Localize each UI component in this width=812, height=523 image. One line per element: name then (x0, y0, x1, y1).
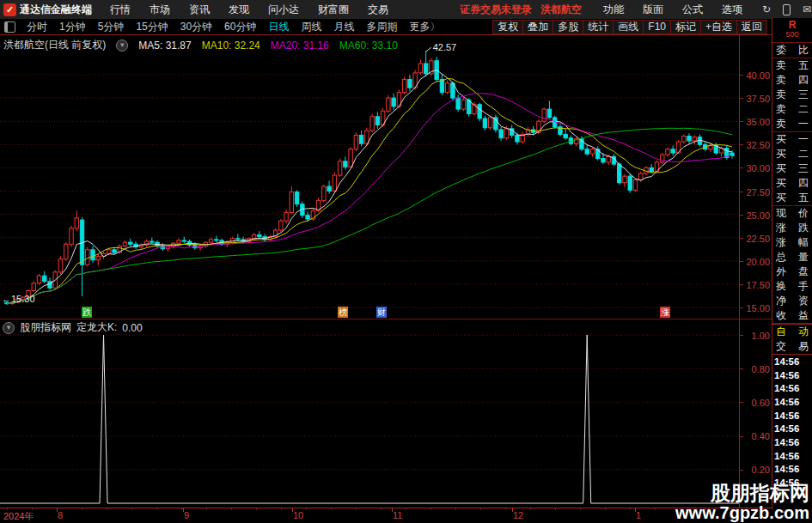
tick-time-row[interactable]: 14:56 (772, 355, 812, 368)
layout-icon[interactable] (4, 21, 15, 33)
toolbar-button-0[interactable]: 复权 (492, 20, 523, 34)
period-tab-2[interactable]: 5分钟 (92, 20, 131, 34)
quote-row[interactable]: 买一 (772, 132, 812, 147)
toolbar-button-6[interactable]: 标记 (670, 20, 701, 34)
period-tab-6[interactable]: 日线 (262, 20, 295, 34)
toolbar-button-1[interactable]: 叠加 (522, 20, 553, 34)
menubar-item-6[interactable]: 交易 (358, 3, 398, 17)
app-title: 通达信金融终端 (20, 3, 92, 17)
quote-row-char: 四 (798, 176, 809, 191)
quote-row[interactable]: 买三 (772, 161, 812, 176)
quote-row[interactable]: 卖三 (772, 88, 812, 102)
quote-row[interactable]: 买四 (772, 176, 812, 191)
quote-row-char: 买 (776, 191, 786, 205)
period-tab-3[interactable]: 15分钟 (130, 20, 174, 34)
menubar-left-items: 行情市场资讯发现问小达财富圈交易 (101, 3, 398, 17)
indicator-chart[interactable] (0, 319, 739, 507)
toolbar-button-7[interactable]: +自选 (700, 20, 737, 34)
tick-time-row[interactable]: 14:56 (772, 435, 812, 449)
menubar-right-item-3[interactable]: 选项 (712, 3, 752, 17)
quote-row[interactable]: 交易 (772, 339, 812, 354)
indicator-tick-label: 1.00 (752, 331, 770, 341)
pane-divider[interactable] (0, 319, 772, 319)
indicator-pane[interactable]: ▾ 股朋指标网 定龙大K: 0.00 (0, 319, 739, 507)
menubar-item-0[interactable]: 行情 (101, 3, 140, 17)
period-tab-0[interactable]: 分时 (21, 20, 53, 34)
tick-time-row[interactable]: 14:56 (772, 463, 812, 477)
indicator-value: 0.00 (122, 322, 142, 334)
stock-flag: R 500 (772, 18, 812, 43)
period-tab-5[interactable]: 60分钟 (218, 20, 262, 34)
quote-row[interactable]: 卖一 (772, 117, 812, 131)
menubar-item-2[interactable]: 资讯 (180, 3, 219, 17)
menubar-item-3[interactable]: 发现 (219, 3, 259, 17)
chart-title: 洪都航空(日线 前复权) (3, 38, 106, 52)
app-logo[interactable]: ✓ 通达信金融终端 (3, 3, 92, 17)
toolbar-button-2[interactable]: 多股 (553, 20, 583, 34)
quote-row[interactable]: 净资 (772, 294, 812, 308)
quote-row[interactable]: 换手 (772, 279, 812, 294)
menubar-item-1[interactable]: 市场 (140, 3, 180, 17)
quote-row[interactable]: 买二 (772, 147, 812, 161)
main-chart-pane[interactable]: 42.57 洪都航空(日线 前复权) ▾ MA5: 31.87MA10: 32.… (0, 35, 739, 319)
toolbar-button-5[interactable]: F10 (643, 20, 671, 34)
quote-row[interactable]: 现价 (772, 206, 812, 221)
event-badge-0[interactable]: 跌 (82, 307, 92, 318)
price-tick-label-tick (740, 307, 743, 308)
period-tab-10[interactable]: 更多〉 (403, 20, 446, 34)
quote-row[interactable]: 总量 (772, 250, 812, 265)
price-axis: 40.0037.5035.0032.5030.0027.5025.0022.50… (739, 35, 772, 508)
price-tick-label-tick (740, 284, 743, 285)
quote-row[interactable]: 卖四 (772, 73, 812, 88)
quote-row[interactable]: 买五 (772, 191, 812, 205)
indicator-tick-label-tick (740, 335, 743, 336)
date-minor-tick (181, 508, 182, 510)
tick-time-row[interactable]: 14:56 (772, 395, 812, 409)
tick-time-row[interactable]: 14:56 (772, 409, 812, 423)
quote-row[interactable]: 外盘 (772, 265, 812, 279)
quote-row[interactable]: 自动 (772, 325, 812, 339)
tick-time-row[interactable]: 14:56 (772, 449, 812, 463)
period-tab-8[interactable]: 月线 (327, 20, 360, 34)
quote-row-char: 卖 (776, 102, 786, 117)
chevron-down-icon[interactable]: ▾ (116, 40, 128, 52)
period-tab-1[interactable]: 1分钟 (53, 20, 92, 34)
event-badge-2[interactable]: 财 (376, 307, 387, 318)
menubar-right-item-1[interactable]: 版面 (633, 3, 673, 17)
quote-row[interactable]: 卖五 (772, 58, 812, 73)
menubar-right-item-0[interactable]: 功能 (594, 3, 633, 17)
login-status[interactable]: 证券交易未登录 (460, 3, 532, 17)
date-minor-tick (7, 508, 8, 510)
tick-time-row[interactable]: 14:56 (772, 368, 812, 382)
toolbar-button-3[interactable]: 统计 (583, 20, 614, 34)
quote-row[interactable]: 收益 (772, 308, 812, 323)
menubar-item-4[interactable]: 问小达 (259, 3, 308, 17)
quote-row[interactable]: 委比 (772, 43, 812, 58)
date-minor-tick (406, 508, 406, 510)
refresh-icon[interactable]: ↻ (762, 3, 771, 15)
app-logo-icon: ✓ (3, 3, 16, 16)
event-badge-1[interactable]: 榜 (338, 307, 348, 318)
quote-group-3: 现价涨跌涨幅总量外盘换手净资收益 (772, 206, 812, 324)
current-stock-name[interactable]: 洪都航空 (540, 3, 582, 17)
mobile-icon[interactable] (783, 4, 791, 15)
candlestick-chart[interactable]: 42.57 (0, 35, 739, 319)
tick-time-row[interactable]: 14:56 (772, 422, 812, 435)
event-badge-3[interactable]: 涨 (660, 307, 670, 318)
date-minor-tick (580, 508, 581, 510)
period-tab-9[interactable]: 多周期 (360, 20, 403, 34)
quote-row[interactable]: 涨跌 (772, 221, 812, 235)
menubar-item-5[interactable]: 财富圈 (308, 3, 358, 17)
toolbar-button-8[interactable]: 返回 (736, 20, 767, 34)
period-tab-4[interactable]: 30分钟 (174, 20, 218, 34)
quote-row[interactable]: 卖二 (772, 102, 812, 117)
quote-row-char: 五 (798, 58, 809, 73)
period-tab-7[interactable]: 周线 (295, 20, 327, 34)
quote-row[interactable]: 涨幅 (772, 235, 812, 250)
tick-time-row[interactable]: 14:56 (772, 381, 812, 395)
chevron-down-icon[interactable]: ▾ (3, 322, 15, 334)
menubar-right-item-2[interactable]: 公式 (673, 3, 712, 17)
toolbar-button-4[interactable]: 画线 (613, 20, 644, 34)
quote-row-char: 一 (798, 117, 809, 131)
mail-icon[interactable]: ✉ (803, 3, 811, 15)
